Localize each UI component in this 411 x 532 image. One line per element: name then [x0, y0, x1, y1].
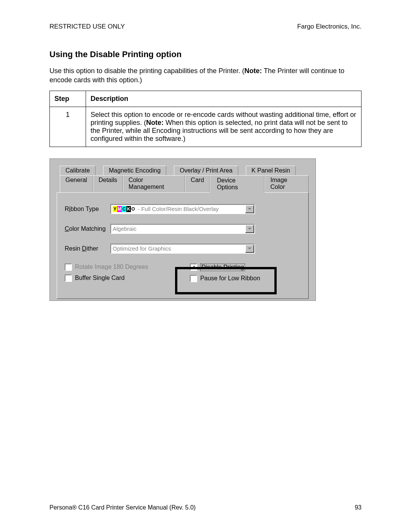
pause-label: Pause for Low Ribbon: [200, 275, 260, 282]
resin-label-post: ither: [86, 245, 98, 252]
pause-low-ribbon-checkbox[interactable]: [190, 275, 197, 282]
resin-dither-label: Resin Dither: [65, 245, 110, 252]
footer-left-post: C16 Card Printer Service Manual (Rev. 5.…: [76, 504, 196, 511]
dropdown-arrow-icon: [245, 205, 254, 213]
footer-left-pre: Persona: [49, 504, 72, 511]
resin-dither-row: Resin Dither Optimized for Graphics: [65, 244, 301, 254]
rotate-image-checkbox-row: Rotate Image 180 Degrees: [65, 264, 148, 271]
buffer-single-card-checkbox[interactable]: [65, 275, 72, 282]
rotate-image-checkbox: [65, 264, 72, 271]
rotate-pre: Ro: [75, 264, 83, 270]
ymcko-icon: YMCKO: [113, 206, 135, 212]
tab-details[interactable]: Details: [93, 175, 123, 192]
ribbon-label-post: bbon Type: [70, 206, 99, 212]
rotate-label: Rotate Image 180 Degrees: [75, 264, 148, 270]
step-description: Select this option to encode or re-encod…: [86, 107, 362, 147]
disable-ul: D: [201, 264, 206, 270]
th-desc: Description: [86, 91, 362, 107]
ribbon-label-pre: R: [65, 206, 69, 212]
dropdown-arrow-icon: [245, 225, 254, 233]
tabs-back-row: Calibrate Magnetic Encoding Overlay / Pr…: [57, 166, 309, 175]
desc-note-label: Note:: [146, 119, 164, 126]
tab-device-options[interactable]: Device Options: [210, 175, 264, 193]
footer-left: Persona® C16 Card Printer Service Manual…: [49, 504, 196, 511]
header-right: Fargo Electronics, Inc.: [297, 23, 362, 30]
buffer-label: Buffer Single Card: [75, 275, 124, 281]
intro-note-label: Note:: [244, 67, 262, 75]
page-footer: Persona® C16 Card Printer Service Manual…: [49, 504, 362, 511]
disable-printing-checkbox[interactable]: [190, 264, 197, 271]
resin-dither-value: Optimized for Graphics: [113, 245, 171, 252]
color-matching-value: Algebraic: [113, 225, 137, 232]
rotate-post: ate Image 180 Degrees: [84, 264, 148, 270]
page-number: 93: [355, 504, 362, 511]
th-step: Step: [50, 91, 86, 107]
tab-general[interactable]: General: [60, 175, 93, 192]
pause-post: ause for Low Ribbon: [204, 275, 260, 281]
tab-magnetic-encoding[interactable]: Magnetic Encoding: [103, 166, 166, 175]
tab-image-color[interactable]: Image Color: [264, 175, 309, 192]
page-header: RESTRICTED USE ONLY Fargo Electronics, I…: [49, 23, 362, 30]
tab-k-panel-resin[interactable]: K Panel Resin: [246, 166, 296, 175]
tab-overlay-print-area[interactable]: Overlay / Print Area: [174, 166, 238, 175]
section-title: Using the Disable Printing option: [49, 50, 362, 59]
disable-printing-label: Disable Printing: [200, 264, 245, 271]
color-matching-label: Color Matching: [65, 225, 110, 232]
resin-dither-combo[interactable]: Optimized for Graphics: [110, 244, 255, 254]
device-options-panel: Ribbon Type YMCKO - Full Color/Resin Bla…: [57, 192, 309, 299]
ribbon-type-label: Ribbon Type: [65, 206, 110, 212]
ribbon-type-combo[interactable]: YMCKO - Full Color/Resin Black/Overlay: [110, 204, 255, 214]
tab-card[interactable]: Card: [185, 175, 210, 192]
color-label-ul: C: [65, 225, 69, 232]
steps-table: Step Description 1 Select this option to…: [49, 91, 362, 147]
color-matching-combo[interactable]: Algebraic: [110, 224, 255, 234]
tab-color-management[interactable]: Color Management: [123, 175, 185, 192]
color-label-post: olor Matching: [69, 225, 106, 232]
step-number: 1: [50, 107, 86, 147]
color-matching-row: Color Matching Algebraic: [65, 224, 301, 234]
ribbon-type-row: Ribbon Type YMCKO - Full Color/Resin Bla…: [65, 204, 301, 214]
header-left: RESTRICTED USE ONLY: [49, 23, 125, 30]
checkbox-grid: Rotate Image 180 Degrees Buffer Single C…: [65, 264, 301, 286]
buffer-single-card-row: Buffer Single Card: [65, 275, 148, 282]
intro-pre: Use this option to disable the printing …: [49, 67, 244, 75]
tabs-front-row: General Details Color Management Card De…: [57, 175, 309, 192]
buffer-post: fer Single Card: [84, 275, 125, 281]
resin-label-pre: Resin: [65, 245, 82, 252]
intro-paragraph: Use this option to disable the printing …: [49, 66, 362, 85]
ribbon-type-value: - Full Color/Resin Black/Overlay: [138, 206, 219, 212]
resin-label-ul: D: [82, 245, 86, 252]
tab-strip: Calibrate Magnetic Encoding Overlay / Pr…: [57, 166, 309, 192]
disable-post: isable Printing: [206, 264, 244, 270]
disable-printing-row: Disable Printing: [190, 264, 260, 271]
printer-properties-dialog: Calibrate Magnetic Encoding Overlay / Pr…: [49, 158, 316, 301]
buffer-pre: Bu: [75, 275, 83, 281]
tab-calibrate[interactable]: Calibrate: [60, 166, 96, 175]
pause-ul: P: [200, 275, 204, 281]
pause-low-ribbon-row: Pause for Low Ribbon: [190, 275, 260, 282]
dropdown-arrow-icon: [245, 244, 254, 253]
